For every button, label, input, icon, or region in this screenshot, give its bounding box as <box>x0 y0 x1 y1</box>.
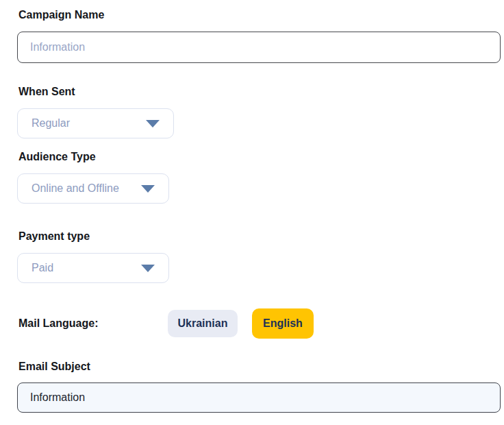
campaign-name-field: Campaign Name <box>17 8 504 63</box>
when-sent-dropdown[interactable]: Regular <box>17 108 174 138</box>
email-subject-input[interactable] <box>17 382 501 413</box>
campaign-name-label: Campaign Name <box>18 8 504 22</box>
email-subject-label: Email Subject <box>18 360 504 374</box>
audience-type-field: Audience Type Online and Offline <box>17 150 504 204</box>
when-sent-label: When Sent <box>18 85 504 99</box>
payment-type-dropdown[interactable]: Paid <box>17 253 169 283</box>
payment-type-field: Payment type Paid <box>17 230 504 283</box>
campaign-name-input[interactable] <box>17 32 501 63</box>
campaign-form: Campaign Name When Sent Regular Audience… <box>0 0 504 413</box>
mail-language-row: Mail Language: Ukrainian English <box>17 308 504 339</box>
when-sent-field: When Sent Regular <box>17 85 504 138</box>
language-english-button[interactable]: English <box>252 308 314 339</box>
audience-type-label: Audience Type <box>18 150 504 164</box>
audience-type-value: Online and Offline <box>32 182 119 195</box>
email-subject-field: Email Subject <box>17 360 504 413</box>
payment-type-value: Paid <box>32 262 53 274</box>
chevron-down-icon <box>141 185 155 193</box>
chevron-down-icon <box>141 265 155 272</box>
language-ukrainian-button[interactable]: Ukrainian <box>168 310 238 337</box>
chevron-down-icon <box>146 120 160 127</box>
mail-language-label: Mail Language: <box>18 317 168 330</box>
payment-type-label: Payment type <box>18 230 504 243</box>
audience-type-dropdown[interactable]: Online and Offline <box>17 173 169 204</box>
when-sent-value: Regular <box>32 117 70 130</box>
